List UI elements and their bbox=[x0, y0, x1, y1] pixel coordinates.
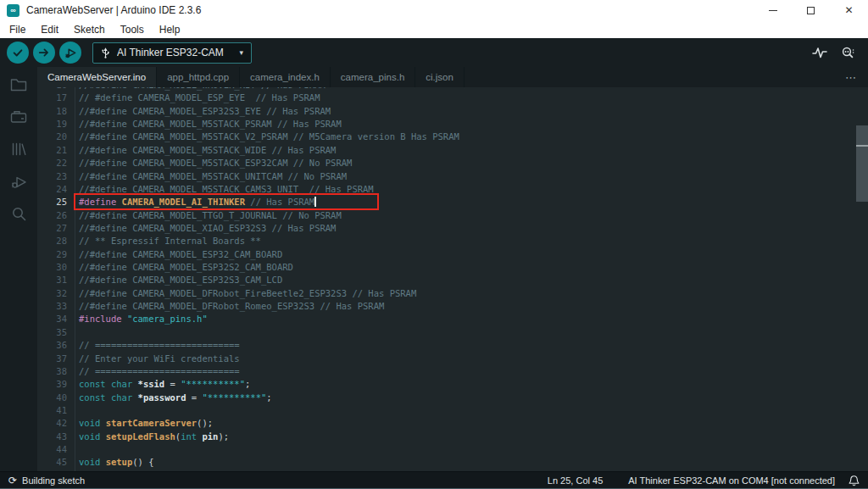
code-line[interactable]: 34#include "camera_pins.h" bbox=[37, 313, 868, 325]
line-number: 21 bbox=[37, 144, 75, 157]
code-line[interactable]: 44 bbox=[37, 443, 868, 456]
sync-spinner-icon: ⟳ bbox=[8, 475, 17, 486]
tab-camera-index-h[interactable]: camera_index.h bbox=[240, 67, 331, 87]
code-line[interactable]: 33//#define CAMERA_MODEL_DFRobot_Romeo_E… bbox=[37, 300, 868, 313]
code-line[interactable]: 42void startCameraServer(); bbox=[37, 417, 868, 430]
close-button[interactable]: ✕ bbox=[830, 0, 868, 20]
code-line[interactable]: 19//#define CAMERA_MODEL_M5STACK_PSRAM /… bbox=[37, 118, 868, 131]
close-icon: ✕ bbox=[844, 5, 853, 15]
code-line[interactable]: 18//#define CAMERA_MODEL_ESP32S3_EYE // … bbox=[37, 105, 868, 118]
line-number: 24 bbox=[37, 183, 75, 196]
code-line[interactable]: 37// Enter your WiFi credentials bbox=[37, 353, 868, 365]
line-text bbox=[75, 443, 79, 456]
line-text: void setup() { bbox=[75, 456, 154, 469]
code-line[interactable]: 35 bbox=[37, 326, 868, 339]
sidebar-sketchbook-button[interactable] bbox=[8, 75, 29, 95]
menu-sketch[interactable]: Sketch bbox=[66, 24, 113, 36]
line-number: 31 bbox=[37, 274, 75, 286]
debug-button[interactable] bbox=[59, 42, 81, 64]
check-icon bbox=[12, 47, 24, 58]
line-text: #define CAMERA_MODEL_AI_THINKER // Has P… bbox=[75, 196, 316, 208]
window-controls: ✕ bbox=[754, 0, 868, 20]
board-port-indicator[interactable]: AI Thinker ESP32-CAM on COM4 [not connec… bbox=[628, 475, 835, 486]
sidebar-boards-manager-button[interactable] bbox=[8, 107, 29, 127]
line-number: 39 bbox=[37, 378, 75, 391]
code-line[interactable]: 28// ** Espressif Internal Boards ** bbox=[37, 235, 868, 247]
line-text: void setupLedFlash(int pin); bbox=[75, 431, 229, 443]
line-text: // =========================== bbox=[75, 339, 240, 352]
code-line[interactable]: 21//#define CAMERA_MODEL_M5STACK_WIDE //… bbox=[37, 144, 868, 157]
code-line[interactable]: 32//#define CAMERA_MODEL_DFRobot_FireBee… bbox=[37, 287, 868, 300]
tab-app-httpd-cpp[interactable]: app_httpd.cpp bbox=[157, 67, 240, 87]
line-number: 35 bbox=[37, 326, 75, 339]
line-text: //#define CAMERA_MODEL_M5STACK_WIDE // H… bbox=[75, 144, 336, 157]
tab-camerawebserver-ino[interactable]: CameraWebServer.ino bbox=[37, 67, 157, 87]
tab-ci-json[interactable]: ci.json bbox=[415, 67, 465, 87]
code-line[interactable]: 46 Serial.begin(115200); bbox=[37, 470, 868, 471]
code-line[interactable]: 40const char *password = "**********"; bbox=[37, 392, 868, 404]
code-line[interactable]: 45void setup() { bbox=[37, 456, 868, 469]
code-line[interactable]: 38// =========================== bbox=[37, 365, 868, 378]
sidebar-library-manager-button[interactable] bbox=[8, 139, 29, 159]
line-number: 32 bbox=[37, 287, 75, 300]
upload-button[interactable] bbox=[33, 42, 55, 64]
editor-scrollbar[interactable] bbox=[856, 87, 868, 471]
tab-camera-pins-h[interactable]: camera_pins.h bbox=[331, 67, 415, 87]
code-line[interactable]: 31//#define CAMERA_MODEL_ESP32S3_CAM_LCD bbox=[37, 274, 868, 286]
scrollbar-thumb[interactable] bbox=[856, 125, 868, 202]
line-text: // Enter your WiFi credentials bbox=[75, 353, 240, 365]
bell-icon bbox=[849, 475, 860, 486]
menu-help[interactable]: Help bbox=[152, 24, 188, 36]
right-arrow-icon bbox=[38, 47, 50, 58]
cursor-position-indicator[interactable]: Ln 25, Col 45 bbox=[548, 475, 603, 486]
main-area: CameraWebServer.ino app_httpd.cpp camera… bbox=[0, 67, 868, 471]
line-number: 43 bbox=[37, 431, 75, 443]
code-editor[interactable]: 16//#define CAMERA_MODEL_WROVER_KIT // H… bbox=[37, 87, 868, 471]
sidebar-debug-button[interactable] bbox=[8, 171, 29, 192]
more-actions-icon[interactable]: ⋯ bbox=[845, 67, 868, 87]
maximize-button[interactable] bbox=[792, 0, 830, 20]
serial-plotter-icon[interactable] bbox=[812, 46, 827, 59]
code-line[interactable]: 25#define CAMERA_MODEL_AI_THINKER // Has… bbox=[37, 196, 868, 208]
code-line[interactable]: 17// #define CAMERA_MODEL_ESP_EYE // Has… bbox=[37, 92, 868, 104]
minimize-button[interactable] bbox=[754, 0, 792, 20]
code-line[interactable]: 26//#define CAMERA_MODEL_TTGO_T_JOURNAL … bbox=[37, 209, 868, 222]
code-line[interactable]: 24//#define CAMERA_MODEL_M5STACK_CAMS3_U… bbox=[37, 183, 868, 196]
code-line[interactable]: 29//#define CAMERA_MODEL_ESP32_CAM_BOARD bbox=[37, 248, 868, 261]
board-selector[interactable]: AI Thinker ESP32-CAM ▾ bbox=[92, 42, 252, 64]
toolbar-right bbox=[812, 46, 855, 59]
line-number: 45 bbox=[37, 456, 75, 469]
code-line[interactable]: 27//#define CAMERA_MODEL_XIAO_ESP32S3 //… bbox=[37, 222, 868, 235]
notifications-button[interactable] bbox=[849, 475, 860, 486]
cursor-overview-marker bbox=[856, 145, 868, 147]
line-number: 34 bbox=[37, 313, 75, 325]
line-number: 19 bbox=[37, 118, 75, 131]
window-title: CameraWebServer | Arduino IDE 2.3.6 bbox=[26, 4, 201, 16]
line-text: //#define CAMERA_MODEL_DFRobot_FireBeetl… bbox=[75, 287, 416, 300]
library-books-icon bbox=[11, 142, 27, 157]
line-number: 29 bbox=[37, 248, 75, 261]
verify-button[interactable] bbox=[7, 42, 29, 64]
status-bar: ⟳ Building sketch Ln 25, Col 45 AI Think… bbox=[0, 471, 868, 488]
sidebar-search-button[interactable] bbox=[8, 203, 29, 224]
menu-tools[interactable]: Tools bbox=[113, 24, 152, 36]
code-line[interactable]: 20//#define CAMERA_MODEL_M5STACK_V2_PSRA… bbox=[37, 131, 868, 143]
toolbar: AI Thinker ESP32-CAM ▾ bbox=[0, 38, 868, 67]
code-line[interactable]: 43void setupLedFlash(int pin); bbox=[37, 431, 868, 443]
serial-monitor-icon[interactable] bbox=[840, 46, 855, 59]
code-line[interactable]: 30//#define CAMERA_MODEL_ESP32S2_CAM_BOA… bbox=[37, 261, 868, 274]
code-line[interactable]: 41 bbox=[37, 404, 868, 417]
line-text: void startCameraServer(); bbox=[75, 417, 213, 430]
code-line[interactable]: 36// =========================== bbox=[37, 339, 868, 352]
menu-file[interactable]: File bbox=[2, 24, 33, 36]
line-number: 25 bbox=[37, 196, 75, 208]
code-line[interactable]: 23//#define CAMERA_MODEL_M5STACK_UNITCAM… bbox=[37, 170, 868, 183]
line-text bbox=[75, 404, 79, 417]
title-bar: ∞ CameraWebServer | Arduino IDE 2.3.6 ✕ bbox=[0, 0, 868, 20]
line-text: // #define CAMERA_MODEL_ESP_EYE // Has P… bbox=[75, 92, 320, 104]
menu-edit[interactable]: Edit bbox=[33, 24, 66, 36]
code-line[interactable]: 39const char *ssid = "**********"; bbox=[37, 378, 868, 391]
arduino-logo-icon: ∞ bbox=[7, 4, 19, 17]
code-line[interactable]: 22//#define CAMERA_MODEL_M5STACK_ESP32CA… bbox=[37, 157, 868, 169]
line-text: const char *password = "**********"; bbox=[75, 392, 272, 404]
